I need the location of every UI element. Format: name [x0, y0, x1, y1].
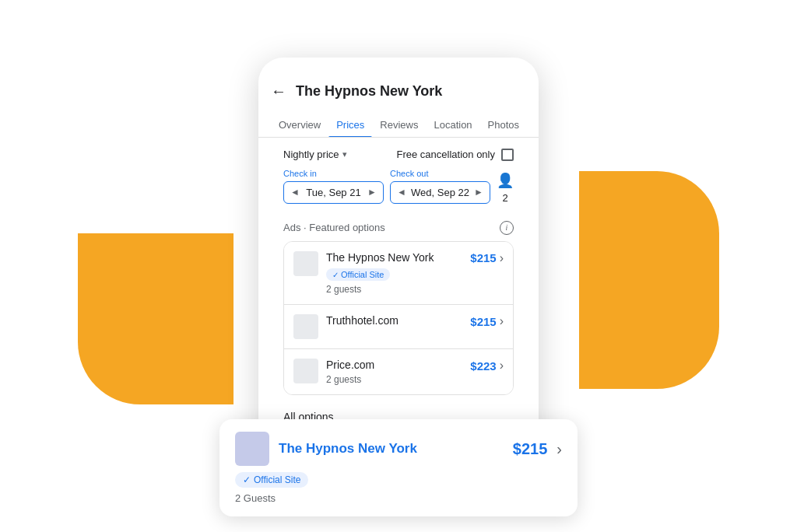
hotels-container: The Hypnos New York ✓ Official Site 2 gu… [283, 241, 514, 396]
checkin-next-icon[interactable]: ► [367, 187, 377, 198]
background-wrapper: ← The Hypnos New York Overview Prices Re… [0, 0, 797, 532]
bottom-verified-icon: ✓ [243, 474, 251, 485]
verified-icon-1: ✓ [332, 271, 339, 279]
checkin-prev-icon[interactable]: ◄ [290, 187, 300, 198]
orange-decoration-left [78, 233, 233, 404]
back-button[interactable]: ← [271, 82, 286, 100]
orange-decoration-right [579, 171, 719, 389]
page-title: The Hypnos New York [296, 83, 442, 100]
hotel-price-row-3: $223 › [470, 359, 504, 373]
nightly-price-dropdown-icon: ▾ [342, 149, 347, 159]
chevron-right-icon-2: › [500, 314, 504, 328]
checkout-selector[interactable]: ◄ Wed, Sep 22 ► [390, 181, 490, 204]
hotel-thumb-1 [293, 251, 318, 276]
chevron-right-icon-3: › [500, 359, 504, 373]
hotel-thumb-2 [293, 314, 318, 339]
checkin-selector[interactable]: ◄ Tue, Sep 21 ► [283, 181, 384, 204]
hotel-card-3[interactable]: Price.com 2 guests $223 › [284, 349, 513, 394]
checkout-value: Wed, Sep 22 [411, 187, 469, 198]
hotel-price-row-1: $215 › [470, 251, 504, 265]
bottom-card-hotel-name: The Hypnos New York [279, 441, 504, 457]
hotel-price-1: $215 [470, 251, 496, 264]
checkout-label: Check out [390, 169, 490, 178]
bottom-card-chevron-icon: › [556, 440, 562, 458]
date-row: Check in ◄ Tue, Sep 21 ► Check out ◄ Wed… [271, 169, 526, 215]
guests-icon: 👤 [497, 172, 514, 189]
bottom-card[interactable]: The Hypnos New York $215 › ✓ Official Si… [219, 419, 578, 516]
hotel-thumb-3 [293, 359, 318, 383]
bottom-card-badge-label: Official Site [254, 474, 300, 485]
featured-section-header: Ads · Featured options i [271, 215, 526, 241]
tab-prices[interactable]: Prices [328, 113, 372, 137]
nightly-price-label: Nightly price [283, 149, 339, 160]
tab-location[interactable]: Location [426, 113, 479, 137]
checkout-prev-icon[interactable]: ◄ [397, 187, 406, 198]
chevron-right-icon-1: › [500, 251, 504, 265]
tab-reviews[interactable]: Reviews [372, 113, 426, 137]
hotel-guests-1: 2 guests [326, 284, 464, 295]
tab-overview[interactable]: Overview [271, 113, 328, 137]
hotel-card-2[interactable]: Truthhotel.com $215 › [284, 305, 513, 349]
bottom-card-badge: ✓ Official Site [235, 472, 308, 488]
phone-content: Nightly price ▾ Free cancellation only C… [258, 138, 539, 436]
filters-row: Nightly price ▾ Free cancellation only [271, 138, 526, 169]
checkin-field: Check in ◄ Tue, Sep 21 ► [283, 169, 384, 204]
bottom-card-thumb [235, 432, 269, 466]
hotel-info-3: Price.com 2 guests [326, 359, 464, 385]
nightly-price-button[interactable]: Nightly price ▾ [283, 149, 347, 160]
hotel-name-2: Truthhotel.com [326, 314, 464, 327]
info-icon[interactable]: i [500, 221, 514, 235]
bottom-card-guests: 2 Guests [235, 492, 562, 504]
guests-count: 2 [502, 192, 507, 204]
hotel-price-3: $223 [470, 359, 496, 373]
checkin-label: Check in [283, 169, 384, 178]
hotel-info-1: The Hypnos New York ✓ Official Site 2 gu… [326, 251, 464, 296]
tab-bar: Overview Prices Reviews Location Photos [258, 113, 539, 138]
checkout-field: Check out ◄ Wed, Sep 22 ► [390, 169, 490, 204]
hotel-guests-3: 2 guests [326, 374, 464, 385]
tab-photos[interactable]: Photos [480, 113, 527, 137]
official-badge-label-1: Official Site [341, 270, 384, 279]
phone-header: ← The Hypnos New York [258, 73, 539, 113]
hotel-card-1[interactable]: The Hypnos New York ✓ Official Site 2 gu… [284, 242, 513, 306]
phone-frame: ← The Hypnos New York Overview Prices Re… [258, 58, 539, 452]
bottom-card-main: The Hypnos New York $215 › [235, 432, 562, 466]
free-cancellation-filter: Free cancellation only [397, 149, 514, 161]
hotel-name-3: Price.com [326, 359, 464, 371]
featured-section-title: Ads · Featured options [283, 222, 385, 233]
hotel-info-2: Truthhotel.com [326, 314, 464, 330]
free-cancel-checkbox[interactable] [501, 149, 514, 161]
checkin-value: Tue, Sep 21 [306, 187, 360, 198]
hotel-price-2: $215 [470, 315, 496, 328]
hotel-price-row-2: $215 › [470, 314, 504, 328]
official-badge-1: ✓ Official Site [326, 268, 390, 281]
guests-field[interactable]: 👤 2 [497, 172, 514, 204]
bottom-card-price: $215 [513, 440, 548, 458]
hotel-name-1: The Hypnos New York [326, 251, 464, 264]
checkout-next-icon[interactable]: ► [474, 187, 483, 198]
free-cancel-label: Free cancellation only [397, 149, 495, 160]
